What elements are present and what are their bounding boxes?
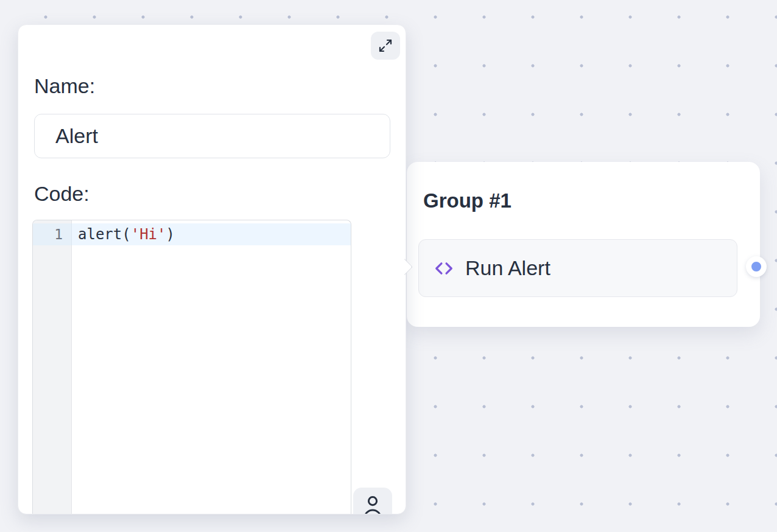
line-number-gutter	[33, 220, 72, 514]
code-string-token: 'Hi'	[131, 226, 166, 243]
code-editor[interactable]: 1 alert('Hi')	[32, 220, 351, 514]
expand-icon	[378, 38, 393, 53]
code-line-content: alert('Hi')	[72, 223, 351, 245]
group-title: Group #1	[423, 187, 512, 214]
code-token: )	[166, 226, 175, 243]
node-label: Run Alert	[465, 256, 550, 280]
name-label: Name:	[34, 72, 95, 99]
node-run-alert[interactable]: Run Alert	[418, 239, 737, 297]
connection-handle-ring	[751, 262, 761, 271]
code-line[interactable]: 1 alert('Hi')	[33, 223, 351, 245]
code-label: Code:	[34, 180, 90, 207]
connection-handle[interactable]	[746, 256, 767, 277]
expand-button[interactable]	[371, 32, 400, 60]
node-editor-panel: Name: Code: 1 alert('Hi')	[18, 24, 406, 514]
user-icon	[360, 493, 385, 514]
code-token: alert(	[78, 226, 131, 243]
node-editor-canvas[interactable]: Name: Code: 1 alert('Hi') Group #1	[0, 0, 777, 532]
group-card[interactable]: Group #1 Run Alert	[407, 162, 760, 327]
line-number: 1	[33, 223, 72, 245]
user-button[interactable]	[353, 488, 392, 514]
name-input[interactable]	[34, 114, 390, 158]
code-icon	[434, 259, 454, 278]
